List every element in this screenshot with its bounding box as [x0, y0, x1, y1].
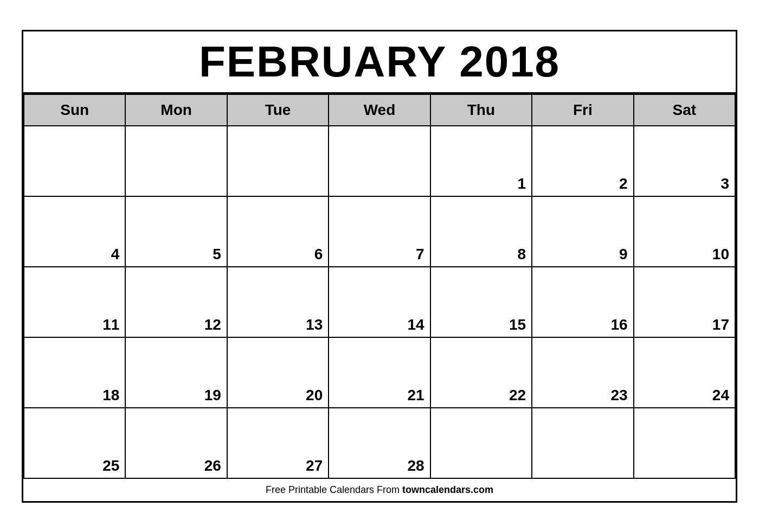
calendar-cell: 6 [227, 196, 329, 267]
week-row-4: 18192021222324 [24, 337, 735, 408]
calendar-cell: 17 [634, 267, 735, 337]
calendar-cell [329, 126, 430, 196]
calendar-cell: 19 [125, 337, 227, 408]
calendar-container: FEBRUARY 2018 SunMonTueWedThuFriSat 1234… [22, 30, 737, 503]
calendar-grid: SunMonTueWedThuFriSat 123456789101112131… [23, 94, 736, 479]
calendar-cell: 16 [532, 267, 633, 337]
calendar-cell: 23 [532, 337, 633, 408]
day-headers-row: SunMonTueWedThuFriSat [24, 94, 735, 126]
calendar-cell: 12 [125, 267, 227, 337]
calendar-cell [430, 408, 532, 478]
day-header-sat: Sat [634, 94, 735, 126]
calendar-cell: 7 [329, 196, 430, 267]
calendar-cell: 27 [227, 408, 329, 478]
calendar-cell: 1 [430, 126, 532, 196]
calendar-cell: 10 [634, 196, 735, 267]
calendar-body: 1234567891011121314151617181920212223242… [24, 126, 735, 478]
day-header-tue: Tue [227, 94, 329, 126]
footer-text-normal: Free Printable Calendars From [266, 484, 402, 495]
week-row-2: 45678910 [24, 196, 735, 267]
calendar-cell: 22 [430, 337, 532, 408]
day-header-wed: Wed [329, 94, 430, 126]
week-row-3: 11121314151617 [24, 267, 735, 337]
calendar-cell [227, 126, 329, 196]
calendar-cell [634, 408, 735, 478]
calendar-cell: 18 [24, 337, 125, 408]
calendar-cell: 15 [430, 267, 532, 337]
calendar-cell: 5 [125, 196, 227, 267]
calendar-cell: 20 [227, 337, 329, 408]
calendar-cell: 25 [24, 408, 125, 478]
day-header-mon: Mon [125, 94, 227, 126]
day-header-sun: Sun [24, 94, 125, 126]
footer-text-bold: towncalendars.com [402, 484, 493, 495]
day-header-thu: Thu [430, 94, 532, 126]
calendar-cell [125, 126, 227, 196]
calendar-cell: 14 [329, 267, 430, 337]
calendar-cell: 13 [227, 267, 329, 337]
calendar-cell: 9 [532, 196, 633, 267]
calendar-cell: 3 [634, 126, 735, 196]
calendar-cell [532, 408, 633, 478]
calendar-title: FEBRUARY 2018 [23, 31, 736, 94]
footer: Free Printable Calendars From towncalend… [23, 479, 736, 501]
calendar-cell: 11 [24, 267, 125, 337]
calendar-cell: 26 [125, 408, 227, 478]
calendar-cell: 8 [430, 196, 532, 267]
day-header-fri: Fri [532, 94, 633, 126]
week-row-1: 123 [24, 126, 735, 196]
calendar-cell: 4 [24, 196, 125, 267]
calendar-cell: 28 [329, 408, 430, 478]
calendar-cell: 21 [329, 337, 430, 408]
calendar-cell: 2 [532, 126, 633, 196]
calendar-cell [24, 126, 125, 196]
week-row-5: 25262728 [24, 408, 735, 478]
calendar-cell: 24 [634, 337, 735, 408]
